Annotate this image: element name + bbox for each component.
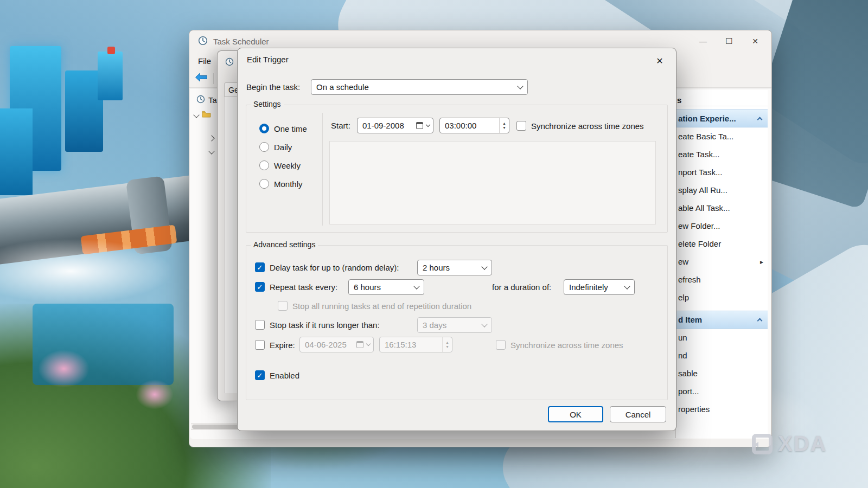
expire-time-value: 16:15:13 <box>385 340 416 349</box>
maximize-button[interactable]: ☐ <box>716 30 742 52</box>
action-item-import-task[interactable]: nport Task... <box>676 163 768 181</box>
xda-watermark: XDA <box>752 432 827 456</box>
radio-daily-label: Daily <box>274 143 292 152</box>
enabled-checkbox[interactable]: ✓ <box>255 370 265 380</box>
sync-timezone-row[interactable]: Synchronize across time zones <box>516 120 644 132</box>
start-time-value: 03:00:00 <box>445 121 476 130</box>
action-item-label: ew <box>678 257 688 266</box>
dialog-close-button[interactable]: ✕ <box>650 52 669 69</box>
start-date-picker[interactable]: 01-09-2008 <box>357 118 433 133</box>
begin-task-label: Begin the task: <box>246 82 300 92</box>
weekly-radio-row[interactable]: Weekly <box>259 159 301 171</box>
enabled-row[interactable]: ✓ Enabled <box>255 369 299 381</box>
tree-root-item[interactable]: Ta <box>196 95 217 105</box>
action-item-label: elp <box>678 293 689 302</box>
settings-group: Settings One time Daily Weekly Monthly S… <box>246 105 668 233</box>
wallpaper-shape <box>136 380 174 409</box>
close-button[interactable]: ✕ <box>742 30 768 52</box>
stop-all-tasks-row[interactable]: Stop all running tasks at end of repetit… <box>278 300 471 312</box>
repeat-task-row[interactable]: ✓ Repeat task every: <box>255 281 337 293</box>
daily-radio-row[interactable]: Daily <box>259 141 292 153</box>
tree-expander[interactable] <box>209 136 214 140</box>
settings-separator <box>322 113 323 226</box>
repeat-task-label: Repeat task every: <box>270 282 337 292</box>
radio-daily[interactable] <box>259 142 269 152</box>
stop-task-row[interactable]: Stop task if it runs longer than: <box>255 319 380 331</box>
action-item-new-folder[interactable]: ew Folder... <box>676 217 768 235</box>
tree-expander[interactable] <box>209 149 214 153</box>
chevron-down-icon <box>481 264 487 269</box>
start-time-spinner[interactable]: 03:00:00 ▴▾ <box>439 118 509 133</box>
radio-one-time[interactable] <box>259 124 269 133</box>
action-item-create-task[interactable]: eate Task... <box>676 145 768 163</box>
action-section-selected-item[interactable]: d Item <box>676 311 768 329</box>
chevron-right-icon[interactable] <box>208 135 214 141</box>
chevron-down-icon <box>517 83 523 89</box>
expire-checkbox[interactable] <box>255 340 265 350</box>
delay-task-dropdown[interactable]: 2 hours <box>417 260 492 275</box>
schedule-detail-panel <box>329 141 656 224</box>
monthly-radio-row[interactable]: Monthly <box>259 178 303 190</box>
wallpaper-shape <box>98 52 123 100</box>
action-item-delete-folder[interactable]: elete Folder <box>676 235 768 253</box>
action-item-label: sable <box>678 369 698 378</box>
wallpaper-shape <box>0 239 174 304</box>
actions-pane: s ation Experie... eate Basic Ta... eate… <box>675 90 768 438</box>
delay-task-row[interactable]: ✓ Delay task for up to (random delay): <box>255 261 399 273</box>
action-item-help[interactable]: elp <box>676 288 768 306</box>
action-item-refresh[interactable]: efresh <box>676 271 768 288</box>
action-item-enable-all-tasks[interactable]: able All Task... <box>676 199 768 217</box>
action-item-properties[interactable]: roperties <box>676 400 768 418</box>
stop-task-checkbox[interactable] <box>255 320 265 330</box>
sync-timezone-checkbox[interactable] <box>516 121 526 131</box>
action-item-create-basic-task[interactable]: eate Basic Ta... <box>676 127 768 145</box>
chevron-down-icon[interactable] <box>193 112 199 118</box>
repeat-interval-dropdown[interactable]: 6 hours <box>348 279 424 295</box>
duration-dropdown[interactable]: Indefinitely <box>564 279 635 295</box>
expire-row[interactable]: Expire: <box>255 339 295 351</box>
tree-folder-item[interactable] <box>194 110 211 119</box>
action-item-run[interactable]: un <box>676 329 768 346</box>
clock-icon <box>196 95 205 105</box>
minimize-button[interactable]: — <box>690 30 716 52</box>
delay-task-checkbox[interactable]: ✓ <box>255 262 265 272</box>
expire-time-spinner: 16:15:13 ▴▾ <box>379 337 452 352</box>
calendar-icon <box>416 122 423 129</box>
actions-pane-header-label: s <box>677 95 681 105</box>
action-item-label: roperties <box>678 404 710 414</box>
action-item-end[interactable]: nd <box>676 346 768 364</box>
one-time-radio-row[interactable]: One time <box>259 123 307 134</box>
check-icon: ✓ <box>257 284 263 291</box>
action-item-export[interactable]: port... <box>676 382 768 400</box>
spinner-down-icon[interactable]: ▾ <box>503 126 505 130</box>
advanced-settings-group: Advanced settings ✓ Delay task for up to… <box>246 245 668 400</box>
radio-monthly-label: Monthly <box>274 179 303 189</box>
action-item-label: efresh <box>678 275 701 284</box>
chevron-up-icon[interactable] <box>757 318 763 324</box>
chevron-down-icon <box>481 321 487 327</box>
menu-file[interactable]: File <box>198 56 211 66</box>
cancel-button[interactable]: Cancel <box>610 406 666 422</box>
action-item-view[interactable]: ew ▸ <box>676 253 768 271</box>
wallpaper-shape <box>0 108 33 195</box>
expire-sync-label: Synchronize across time zones <box>510 341 623 350</box>
calendar-icon <box>356 341 363 348</box>
action-item-display-all-running[interactable]: splay All Ru... <box>676 181 768 199</box>
repeat-task-checkbox[interactable]: ✓ <box>255 282 265 292</box>
repeat-interval-value: 6 hours <box>354 282 381 292</box>
radio-weekly[interactable] <box>259 160 269 170</box>
chevron-up-icon[interactable] <box>757 117 763 123</box>
action-item-disable[interactable]: sable <box>676 364 768 382</box>
action-item-label: port... <box>678 387 699 396</box>
action-item-label: eate Task... <box>678 150 719 159</box>
action-section-header[interactable]: ation Experie... <box>676 110 768 127</box>
settings-group-label: Settings <box>251 100 284 108</box>
ok-button[interactable]: OK <box>548 406 603 422</box>
begin-task-dropdown[interactable]: On a schedule <box>311 79 528 95</box>
xda-logo-icon <box>752 434 773 454</box>
spinner-buttons[interactable]: ▴▾ <box>499 118 509 133</box>
expire-date-value: 04-06-2025 <box>305 340 347 349</box>
radio-monthly[interactable] <box>259 179 269 189</box>
back-button[interactable] <box>195 73 208 84</box>
chevron-down-icon[interactable] <box>208 148 214 154</box>
